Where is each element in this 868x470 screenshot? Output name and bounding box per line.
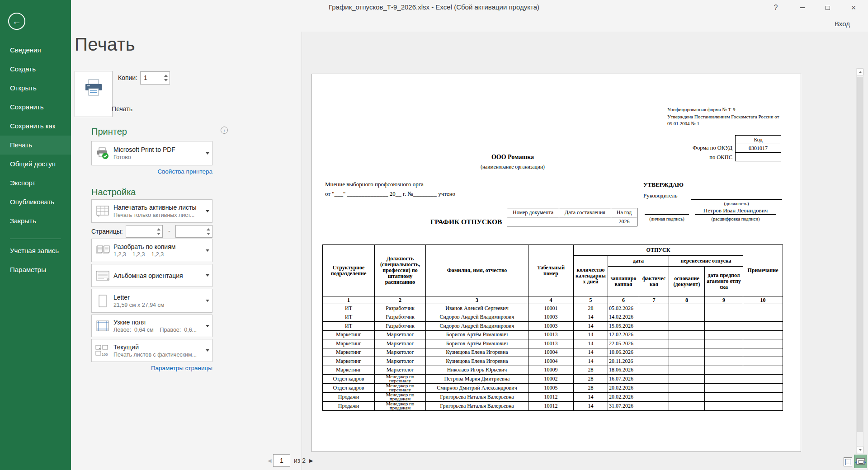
table-cell: 10003 xyxy=(528,322,574,331)
orientation-dropdown[interactable]: Альбомная ориентация xyxy=(91,264,212,287)
table-cell: 10002 xyxy=(528,375,574,384)
pages-from-stepper[interactable] xyxy=(126,225,163,238)
code-box: Код 0301017 xyxy=(735,135,781,161)
approve-name: Петров Иван Леонидович xyxy=(695,207,776,215)
table-cell xyxy=(669,357,705,366)
scaling-title: Текущий xyxy=(113,343,203,351)
copies-value: 1 xyxy=(141,72,162,84)
restore-button[interactable] xyxy=(822,2,834,14)
approve-role: Руководитель xyxy=(643,192,678,199)
copies-stepper-arrows[interactable] xyxy=(162,72,170,84)
print-button-label: Печать xyxy=(104,105,141,113)
table-cell: Маркетолог xyxy=(375,357,426,366)
next-page-button[interactable]: ▶ xyxy=(309,458,313,464)
sidebar-item-sohranit[interactable]: Сохранить xyxy=(0,98,71,117)
chevron-down-icon xyxy=(206,349,209,352)
collate-dropdown[interactable]: Разобрать по копиям 1,2,3 1,2,3 1,2,3 xyxy=(91,239,212,262)
form-header-note: Унифицированная форма № Т-9 Утверждена П… xyxy=(667,106,789,127)
table-cell: 28 xyxy=(574,366,608,375)
table-row: МаркетингМаркетологБорисов Артём Романов… xyxy=(323,339,783,348)
printer-properties-link[interactable]: Свойства принтера xyxy=(91,168,212,175)
table-cell xyxy=(639,304,669,313)
sidebar-item-sozdat[interactable]: Создать xyxy=(0,60,71,79)
table-cell xyxy=(705,357,743,366)
table-row: ИТРазработчикИванов Алексей Сергеевич100… xyxy=(323,304,783,313)
margins-dropdown[interactable]: Узкие поля Левое: 0,64 см Правое: 0,6... xyxy=(91,315,212,337)
print-what-dropdown[interactable]: Напечатать активные листы Печать только … xyxy=(91,199,212,223)
sidebar-item-pechat[interactable]: Печать xyxy=(0,136,71,155)
table-cell xyxy=(669,304,705,313)
table-cell xyxy=(705,304,743,313)
scroll-up-button[interactable] xyxy=(857,68,863,75)
collate-title: Разобрать по копиям xyxy=(113,243,203,250)
sidebar-item-sohranit-kak[interactable]: Сохранить как xyxy=(0,117,71,136)
table-cell: ИТ xyxy=(323,322,375,331)
okud-value: 0301017 xyxy=(736,144,781,153)
pages-to-stepper[interactable] xyxy=(175,225,212,238)
table-cell xyxy=(705,330,743,339)
window-title: График_отпусков_Т-9_2026.xlsx - Excel (С… xyxy=(0,0,868,14)
printer-status-icon xyxy=(92,147,113,160)
zoom-to-page-button[interactable] xyxy=(854,455,867,468)
table-cell: 14 xyxy=(574,330,608,339)
col-header-name: Фамилия, имя, отчество xyxy=(426,245,528,296)
table-cell: ИТ xyxy=(323,304,375,313)
sidebar-item-uchetnaya-zapis[interactable]: Учетная запись xyxy=(0,241,71,260)
table-cell xyxy=(743,313,783,322)
preview-scrollbar[interactable] xyxy=(856,68,864,454)
table-row: Отдел кадровМенеджер по персоналуСмирнов… xyxy=(323,384,783,393)
help-button[interactable]: ? xyxy=(770,2,782,14)
vacation-table-body: ИТРазработчикИванов Алексей Сергеевич100… xyxy=(323,304,783,411)
copies-label: Копии: xyxy=(118,74,137,81)
backstage-nav: Сведения Создать Открыть Сохранить Сохра… xyxy=(0,41,71,230)
show-margins-button[interactable] xyxy=(844,457,852,466)
sidebar-item-obshiy-dostup[interactable]: Общий доступ xyxy=(0,155,71,174)
sign-in-link[interactable]: Вход xyxy=(835,20,850,28)
scaling-subtitle: Печать листов с фактическим... xyxy=(113,352,203,358)
minimize-button[interactable] xyxy=(796,2,808,14)
stepper-up-icon xyxy=(207,228,210,230)
scrollbar-thumb[interactable] xyxy=(857,77,863,432)
table-cell xyxy=(669,402,705,411)
printer-name: Microsoft Print to PDF xyxy=(113,146,203,153)
page-title: Печать xyxy=(75,34,135,55)
close-button[interactable]: × xyxy=(848,2,859,14)
pages-label: Страницы: xyxy=(91,228,123,235)
table-cell: Маркетинг xyxy=(323,357,375,366)
copies-stepper[interactable]: 1 xyxy=(140,71,170,85)
sidebar-item-parametry[interactable]: Параметры xyxy=(0,260,71,279)
table-cell: Разработчик xyxy=(375,322,426,331)
table-cell: Продажи xyxy=(323,402,375,411)
table-cell xyxy=(743,322,783,331)
table-cell: Петрова Мария Дмитриевна xyxy=(426,375,528,384)
current-page-input[interactable]: 1 xyxy=(273,454,290,467)
table-cell: Маркетинг xyxy=(323,330,375,339)
scroll-down-button[interactable] xyxy=(857,446,863,453)
back-button[interactable]: ← xyxy=(8,13,25,30)
table-cell: 10.06.2026 xyxy=(608,348,639,357)
table-cell: 05.02.2026 xyxy=(608,304,639,313)
sidebar-item-opublikovat[interactable]: Опубликовать xyxy=(0,193,71,212)
sidebar-item-svedeniya[interactable]: Сведения xyxy=(0,41,71,60)
pages-range-separator: - xyxy=(168,227,170,235)
table-cell: Разработчик xyxy=(375,313,426,322)
previous-page-button[interactable]: ◀ xyxy=(268,458,271,464)
paper-size-dropdown[interactable]: Letter 21,59 см x 27,94 см xyxy=(91,289,212,313)
table-row: МаркетингМаркетологБорисов Артём Романов… xyxy=(323,330,783,339)
scaling-dropdown[interactable]: 100 Текущий Печать листов с фактическим.… xyxy=(91,339,212,362)
stepper-down-icon xyxy=(157,233,160,235)
print-button[interactable]: Печать xyxy=(75,71,113,117)
chevron-down-icon xyxy=(206,152,209,155)
approve-name-caption: (расшифровка подписи) xyxy=(695,216,776,221)
page-setup-link[interactable]: Параметры страницы xyxy=(91,365,212,371)
sidebar-item-otkryt[interactable]: Открыть xyxy=(0,79,71,98)
sidebar-item-zakryt[interactable]: Закрыть xyxy=(0,212,71,230)
table-cell: 20.02.2026 xyxy=(608,393,639,402)
table-cell xyxy=(639,402,669,411)
printer-dropdown[interactable]: Microsoft Print to PDF Готово xyxy=(91,141,212,165)
info-icon[interactable]: i xyxy=(221,127,228,134)
table-cell xyxy=(669,330,705,339)
table-cell xyxy=(669,393,705,402)
sidebar-item-eksport[interactable]: Экспорт xyxy=(0,174,71,193)
chevron-down-icon xyxy=(206,325,209,327)
